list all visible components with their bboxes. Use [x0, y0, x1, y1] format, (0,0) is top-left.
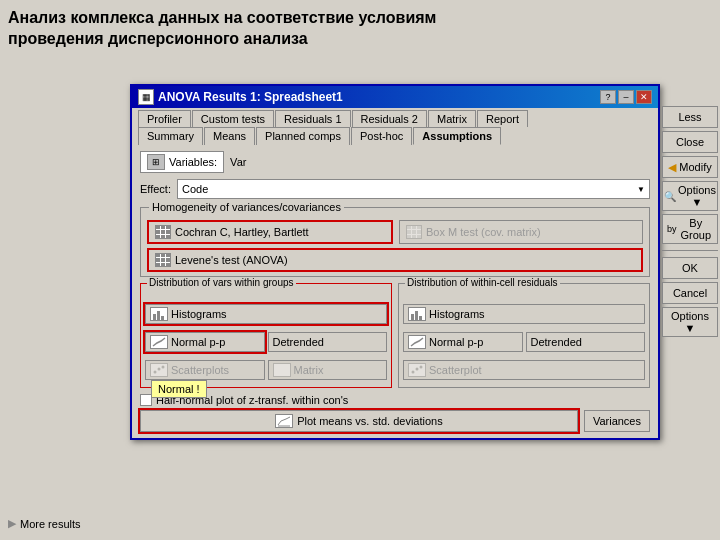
tab-means[interactable]: Means — [204, 127, 255, 145]
effect-select[interactable]: Code ▼ — [177, 179, 650, 199]
svg-point-5 — [162, 366, 165, 369]
tab-custom-tests[interactable]: Custom tests — [192, 110, 274, 127]
cochran-button[interactable]: Cochran C, Hartley, Bartlett — [147, 220, 393, 244]
boxm-button[interactable]: Box M test (cov. matrix) — [399, 220, 643, 244]
options2-button[interactable]: Options ▼ — [662, 307, 718, 337]
minimize-button[interactable]: – — [618, 90, 634, 104]
options-button[interactable]: 🔍 Options ▼ — [662, 181, 718, 211]
close-panel-button[interactable]: Close — [662, 131, 718, 153]
anova-dialog: ▦ ANOVA Results 1: Spreadsheet1 ? – ✕ Pr… — [130, 84, 660, 440]
dist-left-scatterplots-button[interactable]: Scatterplots — [145, 360, 265, 380]
dist-left-normalpp-row: Normal p-p Detrended — [145, 332, 387, 352]
cancel-button[interactable]: Cancel — [662, 282, 718, 304]
dialog-title: ANOVA Results 1: Spreadsheet1 — [158, 90, 343, 104]
dist-right-scatterplot-button[interactable]: Scatterplot — [403, 360, 645, 380]
page-title-area: Анализ комплекса данных на соответствие … — [8, 8, 468, 50]
titlebar-left: ▦ ANOVA Results 1: Spreadsheet1 — [138, 89, 343, 105]
dist-left-matrix-button[interactable]: Matrix — [268, 360, 388, 380]
dist-left-normalpp-button[interactable]: Normal p-p — [145, 332, 265, 352]
svg-rect-0 — [153, 314, 156, 320]
svg-point-11 — [420, 366, 423, 369]
matrix-icon-left — [273, 363, 291, 377]
homogeneity-row: Cochran C, Hartley, Bartlett Box M test … — [147, 212, 643, 244]
histograms-left-label: Histograms — [171, 308, 227, 320]
tab-profiler[interactable]: Profiler — [138, 110, 191, 127]
tab-post-hoc[interactable]: Post-hoc — [351, 127, 412, 145]
options-label: Options ▼ — [678, 184, 716, 208]
homogeneity-section: Homogeneity of variances/covariances Coc… — [140, 207, 650, 277]
variables-value: Var — [230, 156, 246, 168]
scatterplot-right-label: Scatterplot — [429, 364, 482, 376]
variables-label-box: ⊞ Variables: — [140, 151, 224, 173]
bottom-row: Plot means vs. std. deviations Variances — [140, 410, 650, 432]
levene-row: Levene's test (ANOVA) — [147, 248, 643, 272]
variances-button[interactable]: Variances — [584, 410, 650, 432]
scatterplots-icon-left — [150, 363, 168, 377]
dist-left-histograms-row: Histograms — [145, 296, 387, 324]
plot-means-label: Plot means vs. std. deviations — [297, 415, 443, 427]
effect-label: Effect: — [140, 183, 171, 195]
svg-rect-1 — [157, 311, 160, 320]
normalpp-right-label: Normal p-p — [429, 336, 483, 348]
plot-means-button[interactable]: Plot means vs. std. deviations — [140, 410, 578, 432]
dist-right-normalpp-button[interactable]: Normal p-p — [403, 332, 523, 352]
svg-point-9 — [412, 371, 415, 374]
by-group-button[interactable]: by By Group — [662, 214, 718, 244]
effect-row: Effect: Code ▼ — [140, 179, 650, 199]
svg-rect-8 — [419, 316, 422, 320]
dist-left-label: Distribution of vars within groups — [147, 277, 296, 288]
tab-row-2: Summary Means Planned comps Post-hoc Ass… — [132, 127, 658, 145]
svg-rect-2 — [161, 316, 164, 320]
dist-right-detrended-button[interactable]: Detrended — [526, 332, 646, 352]
halfnormal-checkbox-row: Half-normal plot of z-transf. within con… — [140, 394, 650, 406]
distribution-sections: Distribution of vars within groups Histo… — [140, 283, 650, 388]
histogram-icon-left — [150, 307, 168, 321]
levene-icon — [155, 253, 171, 267]
titlebar-buttons: ? – ✕ — [600, 90, 652, 104]
variables-icon: ⊞ — [147, 154, 165, 170]
normalpp-left-label: Normal p-p — [171, 336, 225, 348]
dist-right-scatter-row: Scatterplot — [403, 360, 645, 380]
scatterplot-icon-right — [408, 363, 426, 377]
more-results-area: ▶ More results — [8, 517, 81, 530]
plot-means-icon — [275, 414, 293, 428]
detrended-right-label: Detrended — [531, 336, 582, 348]
right-panel: Less Close ◀ Modify 🔍 Options ▼ by By Gr… — [662, 106, 718, 337]
dialog-body: ⊞ Variables: Var Effect: Code ▼ Homogene… — [132, 145, 658, 438]
dist-right-normalpp-row: Normal p-p Detrended — [403, 332, 645, 352]
modify-button[interactable]: ◀ Modify — [662, 156, 718, 178]
scatterplots-left-label: Scatterplots — [171, 364, 229, 376]
normalpp-icon-left — [150, 335, 168, 349]
help-button[interactable]: ? — [600, 90, 616, 104]
matrix-left-label: Matrix — [294, 364, 324, 376]
tab-residuals1[interactable]: Residuals 1 — [275, 110, 350, 127]
histogram-icon-right — [408, 307, 426, 321]
tab-planned-comps[interactable]: Planned comps — [256, 127, 350, 145]
normalpp-icon-right — [408, 335, 426, 349]
dist-left-detrended-button[interactable]: Detrended — [268, 332, 388, 352]
tab-report[interactable]: Report — [477, 110, 528, 127]
detrended-left-label: Detrended — [273, 336, 324, 348]
tab-summary[interactable]: Summary — [138, 127, 203, 145]
homogeneity-label: Homogeneity of variances/covariances — [149, 201, 344, 213]
svg-point-4 — [158, 368, 161, 371]
dist-left-scatter-row: Scatterplots Matrix — [145, 360, 387, 380]
tab-matrix[interactable]: Matrix — [428, 110, 476, 127]
ok-button[interactable]: OK — [662, 257, 718, 279]
more-results-icon: ▶ — [8, 517, 16, 530]
levene-label: Levene's test (ANOVA) — [175, 254, 288, 266]
dist-right-histograms-button[interactable]: Histograms — [403, 304, 645, 324]
levene-button[interactable]: Levene's test (ANOVA) — [147, 248, 643, 272]
close-button[interactable]: ✕ — [636, 90, 652, 104]
tab-assumptions[interactable]: Assumptions — [413, 127, 501, 145]
dist-right-box: Distribution of within-cell residuals Hi… — [398, 283, 650, 388]
more-results-label: More results — [20, 518, 81, 530]
normal-badge: Normal ! — [151, 380, 207, 398]
histograms-right-label: Histograms — [429, 308, 485, 320]
tab-residuals2[interactable]: Residuals 2 — [352, 110, 427, 127]
cochran-icon — [155, 225, 171, 239]
cochran-label: Cochran C, Hartley, Bartlett — [175, 226, 309, 238]
dist-left-histograms-button[interactable]: Histograms — [145, 304, 387, 324]
variables-label: Variables: — [169, 156, 217, 168]
less-button[interactable]: Less — [662, 106, 718, 128]
